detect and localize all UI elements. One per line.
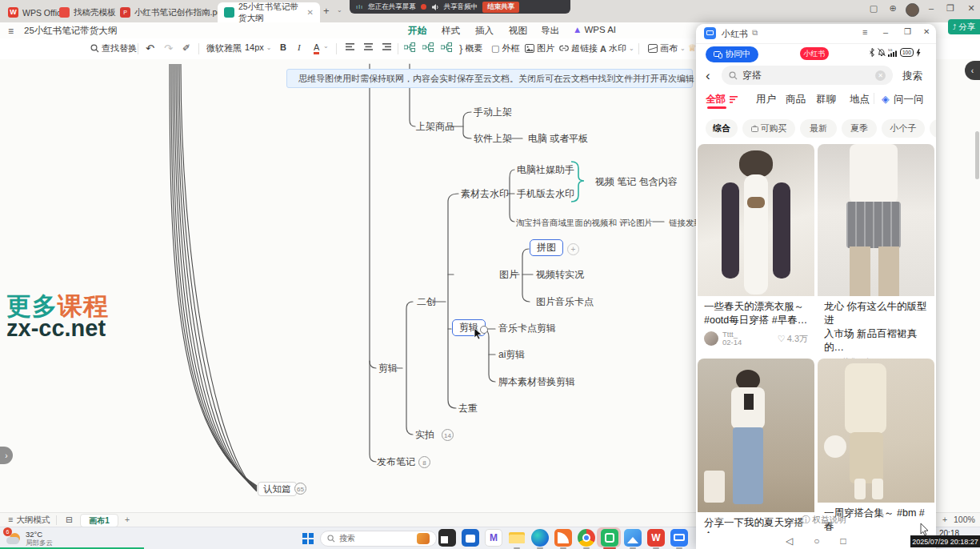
node-manual-listing[interactable]: 手动上架 — [474, 106, 512, 118]
node-list-product[interactable]: 上架商品 — [416, 120, 454, 133]
font-color-button[interactable]: A — [314, 42, 319, 54]
author-info[interactable]: Tttt_02-14 — [722, 331, 742, 347]
vertical-scrollbar[interactable] — [975, 131, 979, 179]
collapsed-count-badge[interactable]: 65 — [294, 483, 306, 495]
share-button[interactable]: ⤴ 分享 — [948, 19, 980, 34]
undo-icon[interactable]: ↶ — [146, 42, 154, 54]
taskbar-icon-photos[interactable] — [624, 529, 642, 547]
chip-summer[interactable]: 夏季 — [842, 119, 877, 138]
close-icon[interactable]: ✕ — [965, 3, 978, 14]
summary-button[interactable]: } 概要 — [459, 42, 482, 54]
globe-icon[interactable]: ⊕ — [886, 3, 899, 14]
collapsed-count-badge[interactable]: 14 — [442, 429, 454, 441]
tab-mindmap-doc[interactable]: 25小红书笔记带货大纲 ✕ — [218, 2, 320, 22]
restore-icon[interactable]: ❐ — [904, 27, 911, 36]
collab-status-pill[interactable]: 协同中 — [706, 46, 758, 62]
tab-all[interactable]: 全部 — [706, 93, 726, 106]
nav-home-icon[interactable]: ○ — [814, 535, 819, 547]
minimize-icon[interactable]: – — [883, 27, 888, 37]
nav-recents-icon[interactable]: □ — [841, 535, 846, 547]
node-music-beat-edit[interactable]: 音乐卡点剪辑 — [498, 322, 556, 335]
weather-temp[interactable]: 32°C — [26, 530, 42, 539]
node-mobile-watermark[interactable]: 手机版去水印 — [517, 187, 574, 200]
canvas-button[interactable]: 画布⌄ — [648, 42, 686, 54]
tab-pdf-doc[interactable]: P 小红书笔记创作指南.pdf — [114, 2, 230, 22]
taskbar-icon-file-explorer[interactable] — [508, 529, 526, 547]
watermark-button[interactable]: A 水印⌄ — [600, 42, 634, 54]
align-center-icon[interactable] — [364, 42, 374, 51]
add-node-button[interactable]: + — [567, 243, 579, 255]
node-taobao-douyin[interactable]: 淘宝抖音商域里面的视频和 评论图片 — [516, 216, 653, 229]
chip-comprehensive[interactable]: 综合 — [706, 119, 738, 138]
taskbar-icon-m-app[interactable]: M — [485, 529, 502, 547]
multi-window-icon[interactable]: ⧉ — [752, 28, 758, 38]
chip-petite[interactable]: 小个子 — [882, 119, 925, 138]
tab-users[interactable]: 用户 — [756, 93, 776, 106]
chip-korean-style[interactable]: 韩里韩气 — [930, 119, 936, 138]
collapsed-count-badge[interactable]: 8 — [418, 456, 430, 468]
close-icon[interactable]: ✕ — [923, 27, 930, 36]
taskbar-icon-edge[interactable] — [531, 529, 549, 547]
align-left-icon[interactable] — [346, 42, 356, 51]
node-ai-edit[interactable]: ai剪辑 — [498, 348, 525, 361]
insert-parent-icon[interactable] — [441, 42, 452, 52]
like-count[interactable]: ♡4.3万 — [778, 333, 808, 345]
insert-subtopic-icon[interactable] — [422, 42, 434, 52]
taskbar-icon-store[interactable] — [462, 529, 479, 547]
node-software-listing[interactable]: 软件上架 — [474, 132, 512, 145]
node-script-replace-edit[interactable]: 脚本素材替换剪辑 — [498, 375, 575, 388]
filter-icon[interactable] — [730, 96, 738, 103]
menu-wps-ai[interactable]: ▲ WPS AI — [573, 25, 616, 34]
tab-template-app[interactable]: 找稿壳模板 — [53, 2, 122, 22]
avatar[interactable] — [704, 331, 718, 346]
taskbar-icon-orange-app[interactable] — [554, 529, 572, 547]
taskbar-icon-task-view[interactable] — [438, 529, 456, 547]
clear-search-icon[interactable]: ✕ — [875, 70, 886, 81]
format-painter-icon[interactable]: ✐ — [182, 42, 190, 54]
align-right-icon[interactable] — [382, 42, 393, 51]
node-dedupe[interactable]: 去重 — [458, 402, 478, 415]
find-replace-button[interactable]: 查找替换 — [90, 42, 137, 54]
frame-button[interactable]: ▢ 外框 — [491, 42, 519, 54]
nav-back-icon[interactable]: ◁ — [786, 535, 793, 547]
insert-topic-icon[interactable] — [404, 42, 415, 52]
avatar[interactable] — [906, 3, 919, 17]
node-real-shoot[interactable]: 实拍 — [415, 428, 434, 441]
summary-label[interactable]: 视频 笔记 包含内容 — [595, 175, 678, 188]
taskbar-icon-mirror-green[interactable] — [601, 529, 618, 547]
tab-list-chevron-icon[interactable]: ⌄ — [337, 6, 342, 14]
node-video-to-live[interactable]: 视频转实况 — [536, 268, 584, 281]
search-button[interactable]: 搜索 — [902, 70, 922, 83]
menu-export[interactable]: 导出 — [541, 25, 559, 37]
menu-icon[interactable]: ≡ — [862, 27, 867, 37]
menu-insert[interactable]: 插入 — [475, 25, 494, 37]
chevron-down-icon[interactable]: ⌄ — [323, 42, 329, 50]
right-panel-handle[interactable]: ‹ — [965, 61, 980, 80]
hyperlink-button[interactable]: 超链接 — [559, 42, 598, 54]
zoom-in-button[interactable]: + — [942, 515, 947, 524]
taskbar-icon-collab[interactable] — [670, 529, 688, 547]
node-image[interactable]: 图片 — [499, 268, 518, 281]
bold-button[interactable]: B — [280, 42, 286, 52]
close-tab-icon[interactable]: ✕ — [307, 8, 314, 17]
node-secondary-creation[interactable]: 二创 — [417, 295, 436, 308]
node-remove-watermark[interactable]: 素材去水印 — [461, 187, 509, 200]
font-name-select[interactable]: 微软雅黑⌄ — [206, 42, 250, 54]
weather-icon[interactable]: 6 — [5, 530, 22, 544]
back-icon[interactable]: ‹ — [706, 68, 710, 84]
xhs-search-input[interactable]: 穿搭 ✕ — [722, 66, 893, 85]
font-size-select[interactable]: 14px⌄ — [245, 42, 272, 52]
new-tab-button[interactable]: + — [323, 5, 330, 17]
note-card[interactable]: 分享一下我的夏天穿搭合 — [698, 359, 814, 543]
note-card[interactable]: 一些春天的漂亮衣服～#ootd每日穿搭 #早春… Tttt_02-14 ♡4.3… — [698, 144, 814, 350]
canvas-tab[interactable]: 画布1 — [80, 514, 118, 527]
menu-style[interactable]: 样式 — [442, 25, 460, 37]
redo-icon[interactable]: ↷ — [164, 42, 173, 54]
node-pc-social-helper[interactable]: 电脑社媒助手 — [517, 163, 574, 176]
hamburger-icon[interactable]: ≡ — [8, 26, 14, 37]
tab-ask[interactable]: 问一问 — [894, 93, 924, 106]
node-edit-outer[interactable]: 剪辑 — [378, 362, 398, 375]
taskbar-icon-wps[interactable]: W — [647, 529, 665, 547]
note-card[interactable]: 龙心 你有这么牛的版型进入市场 新品百褶裙真的… 烤焦面包07-08 ♡2.8万 — [818, 144, 934, 377]
stop-sharing-button[interactable]: 结束共享 — [482, 2, 519, 13]
